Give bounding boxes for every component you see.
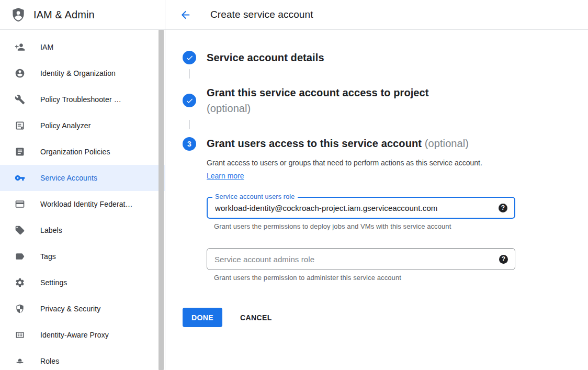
stepper: Service account details Grant this servi…	[165, 30, 588, 327]
sidebar-scrollbar[interactable]	[159, 30, 164, 370]
shield-half-icon	[15, 304, 25, 314]
step3-description: Grant access to users or groups that nee…	[207, 156, 496, 183]
label-tag-icon	[15, 225, 25, 236]
cancel-button[interactable]: CANCEL	[238, 308, 274, 327]
sidebar-item-policy-troubleshooter[interactable]: Policy Troubleshooter …	[0, 86, 165, 113]
product-title: IAM & Admin	[33, 9, 95, 21]
step1-complete-check-icon	[183, 51, 196, 64]
learn-more-link[interactable]: Learn more	[207, 172, 244, 180]
users-role-field: Service account users role ?	[207, 197, 515, 219]
sidebar: IAM & Admin IAM Identity & Organization …	[0, 0, 165, 370]
card-icon	[15, 199, 25, 209]
step-connector	[189, 69, 190, 79]
sidebar-item-roles[interactable]: Roles	[0, 348, 165, 370]
sidebar-item-organization-policies[interactable]: Organization Policies	[0, 139, 165, 165]
gear-icon	[15, 277, 25, 288]
step-3: 3 Grant users access to this service acc…	[183, 136, 567, 282]
back-arrow-icon	[179, 9, 191, 21]
admins-role-helper-text: Grant users the permission to administer…	[214, 274, 567, 282]
service-account-key-icon	[15, 173, 25, 183]
sidebar-item-policy-analyzer[interactable]: Policy Analyzer	[0, 113, 165, 139]
step-2: Grant this service account access to pro…	[183, 85, 567, 116]
step1-title: Service account details	[207, 50, 324, 65]
sidebar-header: IAM & Admin	[0, 0, 165, 30]
page-title: Create service account	[210, 9, 313, 20]
help-icon[interactable]: ?	[499, 255, 508, 264]
document-icon	[15, 147, 25, 157]
proxy-grid-icon	[15, 330, 25, 340]
back-button[interactable]	[178, 7, 193, 22]
sidebar-item-identity-organization[interactable]: Identity & Organization	[0, 60, 165, 86]
form-actions: DONE CANCEL	[183, 308, 567, 327]
wrench-icon	[15, 94, 25, 105]
step2-complete-check-icon	[183, 94, 196, 107]
sidebar-item-labels[interactable]: Labels	[0, 217, 165, 243]
person-add-icon	[15, 42, 25, 52]
step-connector	[189, 120, 190, 129]
account-circle-icon	[15, 68, 25, 79]
users-role-helper-text: Grant users the permissions to deploy jo…	[214, 222, 567, 230]
sidebar-item-tags[interactable]: Tags	[0, 243, 165, 270]
step-1: Service account details	[183, 50, 567, 65]
sidebar-item-settings[interactable]: Settings	[0, 270, 165, 296]
hat-icon	[15, 356, 25, 366]
service-account-users-role-input[interactable]	[208, 204, 499, 212]
step2-title: Grant this service account access to pro…	[207, 85, 429, 100]
policy-analyzer-icon	[15, 120, 25, 131]
sidebar-item-service-accounts[interactable]: Service Accounts	[0, 165, 165, 191]
sidebar-item-identity-aware-proxy[interactable]: Identity-Aware Proxy	[0, 322, 165, 348]
iam-admin-shield-logo-icon	[10, 6, 26, 23]
sidebar-item-iam[interactable]: IAM	[0, 34, 165, 60]
admins-role-field: ?	[207, 248, 515, 270]
sidebar-item-privacy-security[interactable]: Privacy & Security	[0, 296, 165, 322]
help-icon[interactable]: ?	[499, 204, 507, 212]
step3-title: Grant users access to this service accou…	[207, 136, 567, 151]
service-account-admins-role-input[interactable]	[207, 255, 499, 264]
main-panel: Create service account Service account d…	[165, 0, 588, 370]
step2-optional-label: (optional)	[207, 100, 429, 116]
sidebar-item-workload-identity-federat[interactable]: Workload Identity Federat…	[0, 191, 165, 217]
tag-arrow-icon	[15, 251, 25, 262]
step3-number-badge: 3	[183, 137, 196, 151]
step3-optional-label: (optional)	[425, 138, 469, 149]
page-header: Create service account	[165, 0, 588, 30]
done-button[interactable]: DONE	[183, 308, 222, 327]
sidebar-nav: IAM Identity & Organization Policy Troub…	[0, 30, 165, 370]
users-role-field-label: Service account users role	[212, 193, 298, 200]
